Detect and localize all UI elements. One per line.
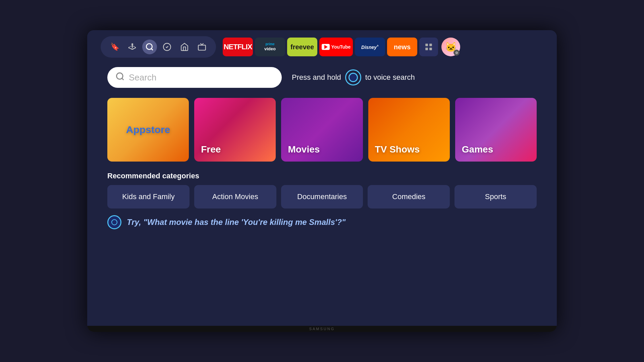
recommended-label: Recommended categories: [107, 172, 537, 180]
search-input[interactable]: Search: [129, 72, 156, 83]
search-icon-nav[interactable]: [142, 40, 157, 54]
tvshows-category[interactable]: TV Shows: [368, 98, 450, 162]
free-category[interactable]: Free: [194, 98, 276, 162]
bookmark-icon[interactable]: 🔖: [107, 40, 122, 54]
svg-rect-4: [425, 44, 428, 46]
svg-rect-7: [429, 48, 432, 50]
prime-video-app[interactable]: prime video: [255, 38, 285, 56]
kids-family-category[interactable]: Kids and Family: [107, 185, 190, 208]
action-movies-category[interactable]: Action Movies: [194, 185, 276, 208]
netflix-app[interactable]: NETFLIX: [223, 38, 253, 56]
home-icon[interactable]: [177, 40, 192, 54]
svg-line-9: [122, 78, 123, 80]
games-category[interactable]: Games: [455, 98, 537, 162]
gamepad-icon[interactable]: 🕹: [125, 40, 140, 54]
svg-rect-6: [425, 48, 428, 50]
brand-label: SAMSUNG: [309, 327, 335, 331]
search-magnifier-icon: [115, 72, 125, 83]
freevee-app[interactable]: freevee: [287, 38, 317, 56]
svg-point-8: [117, 73, 123, 79]
tv-brand-bar: SAMSUNG: [87, 326, 557, 332]
disney-plus-app[interactable]: Disney+: [355, 38, 385, 56]
profile-avatar[interactable]: 🐱 ⚙: [441, 38, 460, 56]
voice-search-hint: Press and hold to voice search: [292, 69, 415, 85]
nav-icon-group: 🔖 🕹: [101, 36, 216, 58]
news-app[interactable]: news: [387, 38, 417, 56]
svg-rect-5: [429, 44, 432, 46]
voice-button[interactable]: [345, 69, 361, 85]
search-row: Search Press and hold to voice search: [107, 67, 537, 88]
youtube-logo-icon: [322, 44, 330, 50]
all-apps-button[interactable]: [419, 38, 438, 56]
profile-settings-badge: ⚙: [453, 50, 460, 56]
check-circle-icon[interactable]: [160, 40, 174, 54]
comedies-category[interactable]: Comedies: [368, 185, 450, 208]
youtube-app[interactable]: YouTube: [319, 38, 353, 56]
sports-category[interactable]: Sports: [454, 185, 537, 208]
svg-rect-3: [198, 45, 206, 50]
voice-suggestion-text: Try, "What movie has the line 'You're ki…: [127, 218, 346, 227]
appstore-category[interactable]: Appstore: [107, 98, 189, 162]
tv-screen: 🔖 🕹: [87, 30, 557, 332]
streaming-apps: NETFLIX prime video freevee YouTube Disn…: [223, 38, 460, 56]
live-tv-icon[interactable]: [195, 40, 209, 54]
search-bar[interactable]: Search: [107, 67, 282, 88]
svg-point-0: [146, 44, 152, 49]
recommended-section: Recommended categories Kids and Family A…: [107, 172, 537, 208]
recommended-grid: Kids and Family Action Movies Documentar…: [107, 185, 537, 208]
voice-suggestion-icon: [107, 215, 121, 229]
main-content: Search Press and hold to voice search Ap…: [87, 64, 557, 236]
movies-category[interactable]: Movies: [281, 98, 363, 162]
documentaries-category[interactable]: Documentaries: [281, 185, 363, 208]
svg-line-1: [151, 49, 153, 50]
nav-bar: 🔖 🕹: [87, 30, 557, 64]
category-grid: Appstore Free Movies TV Shows Games: [107, 98, 537, 162]
voice-suggestion: Try, "What movie has the line 'You're ki…: [107, 215, 537, 229]
